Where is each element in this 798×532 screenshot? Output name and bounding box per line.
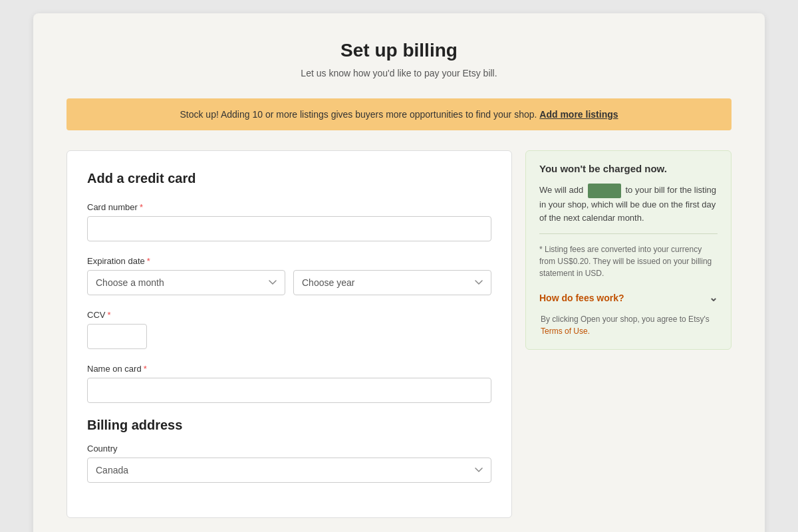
expiration-required: * [147, 256, 150, 266]
name-required: * [144, 364, 147, 374]
card-number-field: Card number * [87, 202, 491, 241]
year-select[interactable]: Choose year 2024 2025 2026 2027 2028 202… [293, 270, 491, 295]
info-box: You won't be charged now. We will add to… [525, 150, 732, 350]
ccv-label: CCV * [87, 310, 491, 320]
expiration-label: Expiration date * [87, 256, 491, 266]
name-on-card-label: Name on card * [87, 364, 491, 374]
ccv-field: CCV * [87, 310, 491, 349]
country-label: Country [87, 444, 491, 454]
ccv-required: * [107, 310, 110, 320]
terms-text: By clicking Open your shop, you agree to… [539, 313, 718, 337]
info-box-note: * Listing fees are converted into your c… [539, 233, 718, 279]
add-listings-link[interactable]: Add more listings [539, 109, 618, 120]
fees-chevron-icon: ⌄ [709, 291, 718, 304]
card-number-required: * [140, 202, 143, 212]
ccv-input[interactable] [87, 324, 147, 349]
expiry-row: Choose a month January February March Ap… [87, 270, 491, 295]
terms-link[interactable]: Terms of Use. [541, 327, 590, 336]
name-on-card-input[interactable] [87, 378, 491, 403]
month-select[interactable]: Choose a month January February March Ap… [87, 270, 285, 295]
name-on-card-field: Name on card * [87, 364, 491, 403]
card-number-input[interactable] [87, 216, 491, 241]
page-container: Set up billing Let us know how you'd lik… [33, 13, 765, 532]
fees-link[interactable]: How do fees work? ⌄ [539, 289, 718, 304]
billing-address-title: Billing address [87, 418, 491, 433]
page-subtitle: Let us know how you'd like to pay your E… [66, 68, 732, 78]
blurred-amount [588, 184, 621, 198]
billing-address-section: Billing address Country Canada United St… [87, 418, 491, 483]
info-box-title: You won't be charged now. [539, 163, 718, 174]
card-number-label: Card number * [87, 202, 491, 212]
country-select[interactable]: Canada United States United Kingdom Aust… [87, 458, 491, 483]
banner-text: Stock up! Adding 10 or more listings giv… [180, 109, 537, 120]
info-box-text: We will add to your bill for the listing… [539, 184, 718, 224]
expiration-field: Expiration date * Choose a month January… [87, 256, 491, 295]
sidebar: You won't be charged now. We will add to… [525, 150, 732, 350]
content-row: Add a credit card Card number * Expirati… [66, 150, 732, 518]
credit-card-title: Add a credit card [87, 171, 491, 186]
page-title: Set up billing [66, 40, 732, 61]
main-card: Add a credit card Card number * Expirati… [66, 150, 512, 518]
promo-banner: Stock up! Adding 10 or more listings giv… [66, 98, 732, 130]
